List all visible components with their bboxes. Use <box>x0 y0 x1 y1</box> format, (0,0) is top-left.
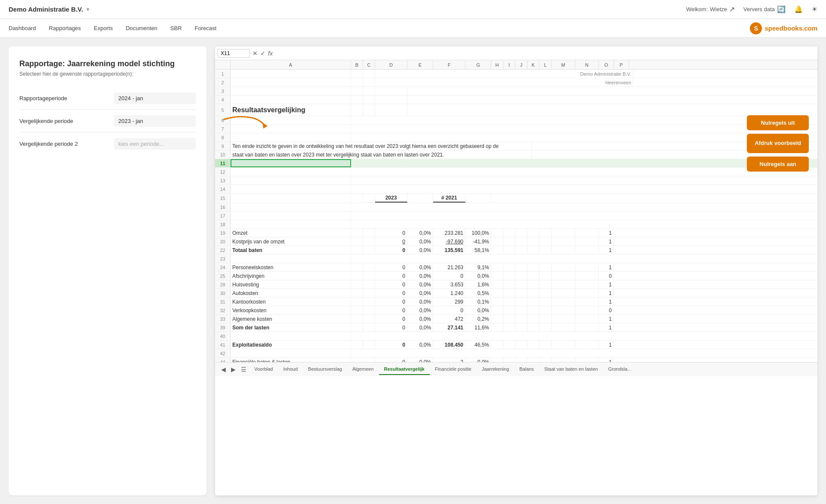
col-header-g[interactable]: G <box>465 60 491 69</box>
row-num-header <box>215 60 231 69</box>
col-header-l[interactable]: L <box>539 60 552 69</box>
grid-container[interactable]: 1Demo Administratie B.V. 2Heerenveen 3 4… <box>215 70 817 362</box>
col-header-a[interactable]: A <box>231 60 351 69</box>
vergelijkende-periode-value[interactable]: 2023 - jan <box>114 115 196 127</box>
vergelijkende-periode2-row: Vergelijkende periode 2 kies een periode… <box>19 133 196 155</box>
tab-grondslagen[interactable]: Grondsla... <box>603 364 637 375</box>
bell-icon[interactable]: 🔔 <box>794 5 803 13</box>
nav-forecast[interactable]: Forecast <box>195 23 217 33</box>
table-row: 15 2023 # 2021 <box>215 194 817 203</box>
fx-icon[interactable]: fx <box>268 50 273 57</box>
table-row: 19 Omzet 0 0,0% 233.281 100,0% 1 <box>215 229 817 237</box>
table-row: 30 Autokosten 0 0,0% 1.240 0,5% 1 <box>215 289 817 298</box>
tab-financiele-positie[interactable]: Financiele positie <box>430 364 477 375</box>
table-row: 14 <box>215 185 817 194</box>
tab-staat-baten[interactable]: Staat van baten en lasten <box>539 364 603 375</box>
top-bar: Demo Administratie B.V. ▾ Welkom: Wietze… <box>0 0 826 19</box>
welcome-area: Welkom: Wietze ↗ <box>686 5 735 13</box>
table-row: 25 Afschrijvingen 0 0,0% 0 0,0% 0 <box>215 272 817 280</box>
table-row: 5Resultaatsvergelijking <box>215 104 817 116</box>
col-header-b[interactable]: B <box>351 60 363 69</box>
tab-algemeen[interactable]: Algemeen <box>347 364 379 375</box>
rapportageperiode-value[interactable]: 2024 - jan <box>114 92 196 104</box>
col-header-d[interactable]: D <box>375 60 407 69</box>
vergelijkende-periode2-value[interactable]: kies een periode... <box>114 138 196 150</box>
confirm-formula-icon[interactable]: ✓ <box>260 50 265 57</box>
col-header-o[interactable]: O <box>599 60 614 69</box>
formula-bar: ✕ ✓ fx <box>215 46 817 60</box>
col-header-n[interactable]: N <box>575 60 599 69</box>
table-row: 11 <box>215 159 817 168</box>
action-buttons: Nulregels uit Afdruk voorbeeld Nulregels… <box>747 115 809 172</box>
table-row: 24 Personeelskosten 0 0,0% 21.263 9,1% 1 <box>215 263 817 272</box>
table-row: 41 Exploitatiesaldo 0 0,0% 108.450 46,5%… <box>215 341 817 349</box>
nav-exports[interactable]: Exports <box>94 23 113 33</box>
vergelijkende-periode-label: Vergelijkende periode <box>19 118 114 124</box>
table-row: 7 <box>215 125 817 133</box>
cell-ref-input[interactable] <box>218 49 250 58</box>
vergelijkende-periode-row: Vergelijkende periode 2023 - jan <box>19 110 196 132</box>
refresh-icon[interactable]: 🔄 <box>777 5 786 13</box>
top-bar-right: Welkom: Wietze ↗ Ververs data 🔄 🔔 ☀ <box>686 5 817 13</box>
table-row: 18 <box>215 220 817 229</box>
table-row: 28 Huisvesting 0 0,0% 3.653 1,6% 1 <box>215 280 817 289</box>
ververs-label: Ververs data <box>743 6 775 12</box>
table-row: 4 <box>215 95 817 104</box>
rapportageperiode-label: Rapportageperiode <box>19 95 114 101</box>
nav-sbr[interactable]: SBR <box>170 23 182 33</box>
nulregels-uit-button[interactable]: Nulregels uit <box>747 115 809 130</box>
formula-input[interactable] <box>275 50 815 56</box>
tab-jaarrekening[interactable]: Jaarrekening <box>477 364 515 375</box>
tab-voorblad[interactable]: Voorblad <box>249 364 278 375</box>
table-row: 32 Verkoopkosten 0 0,0% 0 0,0% 0 <box>215 306 817 315</box>
col-header-h[interactable]: H <box>491 60 503 69</box>
tab-nav-right[interactable]: ▶ <box>228 366 238 373</box>
tab-resultaatvergelijk[interactable]: Resultaatvergelijk <box>379 364 430 375</box>
welcome-user: Wietze <box>710 6 727 12</box>
col-header-c[interactable]: C <box>363 60 375 69</box>
table-row: 17 <box>215 212 817 220</box>
nav-logo: S speedbooks.com <box>750 22 817 34</box>
left-panel: Rapportage: Jaarrekening model stichting… <box>9 46 206 495</box>
nav-rapportages[interactable]: Rapportages <box>49 23 81 33</box>
col-header-i[interactable]: I <box>503 60 515 69</box>
table-row: 22 Totaal baten 0 0,0% 135.591 58,1% 1 <box>215 246 817 255</box>
col-header-f[interactable]: F <box>433 60 465 69</box>
col-headers: A B C D E F G H I J K L M N O P <box>215 60 817 70</box>
sheet-tabs: ◀ ▶ ☰ Voorblad Inhoud Bestuursverslag Al… <box>215 362 817 376</box>
tab-inhoud[interactable]: Inhoud <box>278 364 303 375</box>
nav-links: Dashboard Rapportages Exports Documenten… <box>9 23 216 33</box>
afdruk-voorbeeld-button[interactable]: Afdruk voorbeeld <box>747 134 809 153</box>
report-subtitle: Selecteer hier de gewenste rapportageper… <box>19 71 196 77</box>
table-row: 9Ten einde inzicht te geven in de ontwik… <box>215 142 817 151</box>
col-header-p[interactable]: P <box>614 60 629 69</box>
table-row: 8 <box>215 133 817 142</box>
table-row: 1Demo Administratie B.V. <box>215 70 817 78</box>
tab-nav-menu[interactable]: ☰ <box>238 366 249 373</box>
col-header-e[interactable]: E <box>407 60 433 69</box>
table-row: 31 Kantoorkosten 0 0,0% 299 0,1% 1 <box>215 298 817 306</box>
theme-icon[interactable]: ☀ <box>811 5 817 13</box>
company-chevron-icon[interactable]: ▾ <box>86 6 89 12</box>
tab-bestuursverslag[interactable]: Bestuursverslag <box>303 364 347 375</box>
company-name: Demo Administratie B.V. <box>9 6 83 13</box>
nav-bar: Dashboard Rapportages Exports Documenten… <box>0 19 826 38</box>
table-row: 2Heerenveen <box>215 78 817 87</box>
logout-icon[interactable]: ↗ <box>729 5 735 13</box>
col-header-m[interactable]: M <box>552 60 575 69</box>
nav-dashboard[interactable]: Dashboard <box>9 23 36 33</box>
ververs-area[interactable]: Ververs data 🔄 <box>743 5 786 13</box>
table-row: 13 <box>215 176 817 185</box>
cancel-formula-icon[interactable]: ✕ <box>253 50 258 57</box>
tab-balans[interactable]: Balans <box>514 364 539 375</box>
vergelijkende-periode2-label: Vergelijkende periode 2 <box>19 141 114 147</box>
tab-nav-left[interactable]: ◀ <box>219 366 228 373</box>
col-header-k[interactable]: K <box>527 60 539 69</box>
table-row: 12 <box>215 168 817 176</box>
nulregels-aan-button[interactable]: Nulregels aan <box>747 157 809 172</box>
col-header-j[interactable]: J <box>515 60 527 69</box>
company-name-area[interactable]: Demo Administratie B.V. ▾ <box>9 6 89 13</box>
table-row: 3 <box>215 87 817 95</box>
logo-text: speedbooks.com <box>764 25 817 32</box>
nav-documenten[interactable]: Documenten <box>126 23 157 33</box>
